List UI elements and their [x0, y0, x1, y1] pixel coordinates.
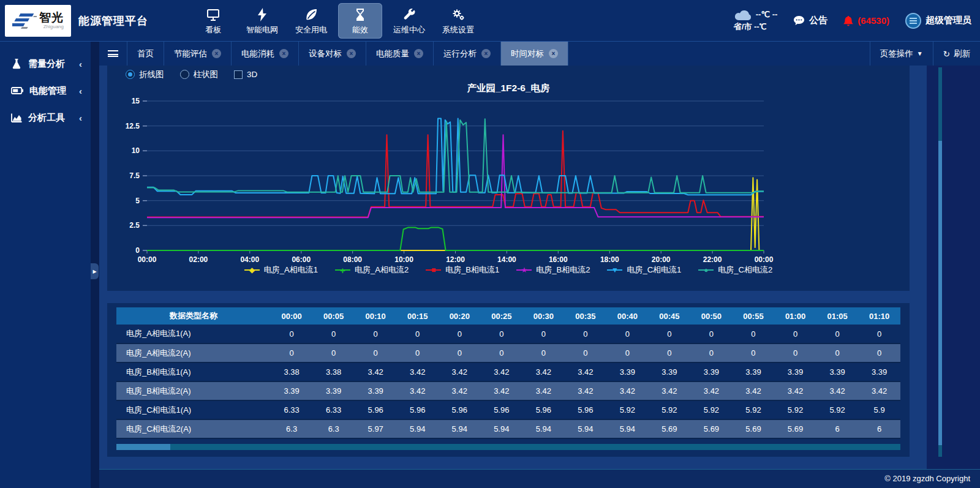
row-name-cell: 电房_C相电流1(A) — [116, 400, 271, 419]
chevron-left-icon: ‹ — [79, 59, 82, 69]
close-icon[interactable]: × — [481, 49, 491, 58]
legend-item[interactable]: ◆电房_A相电流1 — [244, 265, 318, 276]
svg-text:10:00: 10:00 — [394, 255, 413, 263]
area-chart-icon — [11, 113, 22, 122]
nav-label: 系统设置 — [436, 24, 480, 36]
tab-ops-label: 页签操作 — [880, 48, 913, 59]
value-cell: 0 — [565, 325, 607, 343]
user-menu[interactable]: 超级管理员 — [905, 13, 971, 29]
value-cell: 3.42 — [649, 381, 691, 400]
legend-item[interactable]: ■电房_B相电流1 — [426, 265, 499, 276]
value-cell: 3.39 — [816, 362, 859, 381]
column-header: 00:30 — [522, 307, 565, 325]
bar-chart-radio[interactable]: 柱状图 — [180, 69, 219, 80]
value-cell: 0 — [312, 343, 355, 362]
nav-item-smart-grid[interactable]: 智能电网 — [240, 3, 284, 39]
notice-button[interactable]: 公告 — [793, 15, 827, 26]
horizontal-scrollbar-thumb[interactable] — [116, 444, 170, 450]
value-cell: 3.42 — [690, 381, 733, 400]
3d-checkbox[interactable]: 3D — [234, 70, 257, 79]
sidebar-item-label: 电能管理 — [29, 85, 66, 97]
main-content: 折线图 柱状图 3D 产业园_1F2-6_电房 02.557.51012.515… — [99, 66, 927, 469]
value-cell: 0 — [439, 343, 481, 362]
panel-gap — [107, 291, 927, 303]
tab-label: 时间对标 — [511, 48, 544, 59]
nav-label: 看板 — [191, 24, 235, 36]
tab-bar: 首页 节能评估× 电能消耗× 设备对标× 电能质量× 运行分析× 时间对标× 页… — [99, 42, 980, 66]
value-cell: 3.42 — [606, 381, 649, 400]
svg-text:12.5: 12.5 — [126, 122, 140, 130]
sidebar-collapse-strip: ▶ — [91, 42, 99, 488]
column-header: 00:55 — [733, 307, 775, 325]
bell-icon — [843, 15, 853, 26]
tab-energy-eval[interactable]: 节能评估× — [164, 42, 232, 66]
table-header-row: 数据类型名称00:0000:0500:1000:1500:2000:2500:3… — [116, 307, 900, 325]
value-cell: 3.42 — [439, 362, 481, 381]
value-cell: 0 — [481, 325, 523, 343]
top-bar: 智光 Zhiguang 能源管理平台 看板 智能电网 安全用电 能效 — [0, 0, 980, 42]
chevron-left-icon: ‹ — [79, 86, 82, 96]
legend-marker-icon: ◆ — [244, 269, 260, 271]
legend-item[interactable]: ▼电房_C相电流1 — [607, 265, 681, 276]
user-name: 超级管理员 — [925, 15, 971, 26]
vertical-scrollbar-thumb[interactable] — [938, 141, 942, 445]
legend-marker-icon: ▼ — [607, 269, 622, 271]
tab-energy-consumption[interactable]: 电能消耗× — [232, 42, 299, 66]
close-icon[interactable]: × — [414, 49, 423, 58]
radio-label: 柱状图 — [194, 69, 219, 80]
tab-operation-analysis[interactable]: 运行分析× — [434, 42, 501, 66]
svg-text:0: 0 — [135, 246, 140, 255]
nav-item-system-settings[interactable]: 系统设置 — [436, 3, 480, 39]
close-icon[interactable]: × — [212, 49, 221, 58]
sidebar-collapse-handle[interactable]: ▶ — [91, 263, 99, 279]
close-icon[interactable]: × — [347, 49, 356, 58]
tabbar-spacer — [568, 42, 870, 66]
nav-item-efficiency[interactable]: 能效 — [338, 3, 382, 39]
footer: © 2019 zgzdh Copyright — [99, 469, 980, 488]
value-cell: 5.69 — [649, 419, 691, 438]
value-cell: 5.92 — [606, 400, 649, 419]
refresh-label: 刷新 — [954, 48, 970, 59]
notice-label: 公告 — [809, 15, 827, 26]
tab-power-quality[interactable]: 电能质量× — [366, 42, 434, 66]
value-cell: 0 — [312, 325, 355, 343]
chart-legend: ◆电房_A相电流1+电房_A相电流2■电房_B相电流1★电房_B相电流2▼电房_… — [107, 263, 910, 277]
legend-item[interactable]: +电房_A相电流2 — [335, 265, 409, 276]
sidebar-item-label: 需量分析 — [28, 58, 65, 70]
value-cell: 6.3 — [271, 419, 313, 438]
tab-operations-dropdown[interactable]: 页签操作 ▼ — [870, 42, 933, 66]
close-icon[interactable]: × — [549, 49, 558, 58]
sidebar-item-energy-management[interactable]: 电能管理 ‹ — [0, 77, 91, 104]
line-chart-radio[interactable]: 折线图 — [126, 69, 164, 80]
tab-label: 运行分析 — [443, 48, 477, 59]
value-cell: 3.42 — [396, 381, 439, 400]
tab-time-benchmark[interactable]: 时间对标× — [501, 42, 568, 66]
vertical-scrollbar[interactable] — [938, 67, 942, 457]
legend-item[interactable]: ●电房_C相电流2 — [698, 265, 772, 276]
column-header: 00:45 — [649, 307, 691, 325]
value-cell: 5.94 — [396, 419, 439, 438]
horizontal-scrollbar[interactable] — [116, 444, 900, 450]
sidebar-item-analysis-tools[interactable]: 分析工具 ‹ — [0, 104, 91, 131]
svg-text:18:00: 18:00 — [600, 255, 619, 263]
checkbox-label: 3D — [247, 70, 257, 79]
nav-item-safe-power[interactable]: 安全用电 — [289, 3, 333, 39]
sidebar-item-demand-analysis[interactable]: 需量分析 ‹ — [0, 50, 91, 77]
value-cell: 3.42 — [565, 381, 607, 400]
refresh-button[interactable]: ↻ 刷新 — [933, 42, 980, 66]
nav-item-ops-center[interactable]: 运维中心 — [387, 3, 431, 39]
logo-mark-icon — [12, 10, 37, 31]
hamburger-menu-button[interactable] — [99, 42, 127, 66]
table-row: 电房_B相电流1(A)3.383.383.423.423.423.423.423… — [116, 362, 900, 381]
svg-text:20:00: 20:00 — [652, 255, 671, 263]
svg-text:08:00: 08:00 — [343, 255, 362, 263]
close-icon[interactable]: × — [279, 49, 288, 58]
value-cell: 0 — [355, 325, 397, 343]
alarm-button[interactable]: (64530) — [843, 15, 889, 26]
legend-item[interactable]: ★电房_B相电流2 — [516, 265, 590, 276]
value-cell: 0 — [439, 325, 481, 343]
tab-device-benchmark[interactable]: 设备对标× — [299, 42, 366, 66]
line-chart-svg: 02.557.51012.51500:0002:0004:0006:0008:0… — [107, 96, 900, 263]
tab-home[interactable]: 首页 — [127, 42, 164, 66]
nav-item-dashboard[interactable]: 看板 — [191, 3, 235, 39]
